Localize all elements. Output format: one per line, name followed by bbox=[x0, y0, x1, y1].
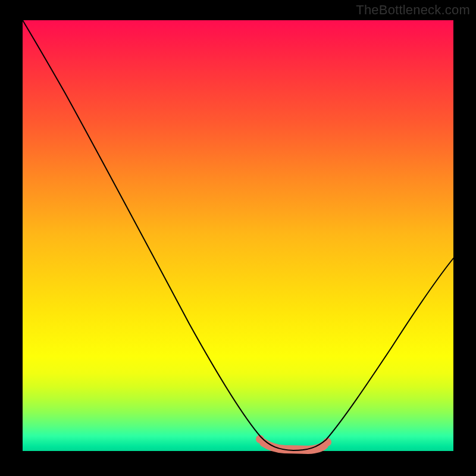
attribution-text: TheBottleneck.com bbox=[356, 2, 470, 18]
curve-svg bbox=[23, 20, 453, 451]
bottleneck-curve-line bbox=[23, 20, 453, 450]
chart-frame: TheBottleneck.com bbox=[0, 0, 476, 476]
plot-area bbox=[23, 20, 453, 451]
